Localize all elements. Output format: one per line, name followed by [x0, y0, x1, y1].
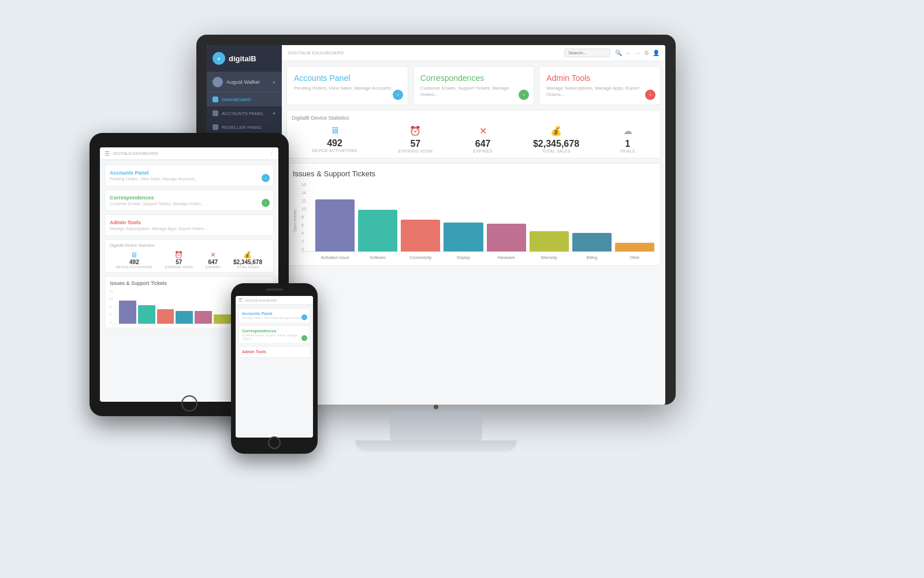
tablet-stats-title: DigitalB Device Statistics — [110, 243, 269, 247]
tablet-activations-label: DEVICE ACTIVATIONS — [116, 265, 152, 269]
stat-activations-num: 492 — [312, 138, 357, 149]
phone-correspondences-panel[interactable]: Correspondences Customer Emails, Support… — [239, 325, 310, 344]
sidebar-logo: ● digitalB — [207, 45, 282, 72]
tablet-chart-bar — [214, 314, 231, 324]
stat-sales-label: TOTAL SALES — [533, 149, 579, 153]
forward-icon[interactable]: → — [635, 50, 640, 56]
chart-x-labels: Activation IssueSoftwareConnectivityDisp… — [301, 253, 654, 260]
sidebar-user[interactable]: August Walker ▼ — [207, 72, 282, 92]
dashboard-icon — [213, 97, 218, 102]
logo-text: digitalB — [229, 54, 256, 63]
phone-accounts-panel[interactable]: Accounts Panel Pending Orders, View Sale… — [239, 308, 310, 323]
stats-title: DigitalB Device Statistics — [292, 115, 655, 121]
tablet-stats: DigitalB Device Statistics 🖥 492 DEVICE … — [105, 239, 274, 273]
accounts-panel-arrow[interactable]: › — [393, 90, 403, 100]
top-icons: 🔍 ← → ⚙ 👤 — [615, 50, 660, 56]
accounts-expand-icon: ▼ — [272, 112, 276, 116]
stat-sales: 💰 $2,345,678 TOTAL SALES — [533, 125, 579, 153]
stat-activations: 🖥 492 DEVICE ACTIVATIONS — [312, 125, 357, 153]
chart-bar — [572, 233, 612, 251]
monitor-stand — [390, 412, 482, 440]
search-input[interactable] — [564, 49, 610, 57]
sidebar-item-label: DASHBOARD — [222, 97, 251, 102]
correspondences-panel-card[interactable]: Correspondences Customer Emails, Support… — [413, 66, 535, 105]
main-content: DIGITALB DASHBOARD 🔍 ← → ⚙ 👤 Accounts — [282, 45, 665, 405]
dollar-icon: 💰 — [533, 125, 579, 136]
chart-bar-label: Other — [615, 255, 654, 260]
sidebar-item-dashboard[interactable]: DASHBOARD — [207, 92, 282, 106]
tablet-title: DIGITALB DASHBOARD — [113, 151, 158, 155]
settings-icon[interactable]: ⚙ — [644, 50, 649, 56]
phone-correspondences-title: Correspondences — [242, 329, 307, 333]
tablet-admin-panel[interactable]: Admin Tools Manage Subscriptions, Manage… — [105, 214, 274, 236]
accounts-icon — [213, 110, 218, 116]
phone-screen: ☰ DIGITALB DASHBOARD Accounts Panel Pend… — [236, 296, 313, 438]
chart-bar-label: Display — [444, 255, 483, 260]
phone-frame: ☰ DIGITALB DASHBOARD Accounts Panel Pend… — [231, 283, 318, 454]
phone: ☰ DIGITALB DASHBOARD Accounts Panel Pend… — [231, 283, 318, 454]
tablet-correspondences-panel[interactable]: Correspondences Customer Emails, Support… — [105, 190, 274, 211]
tablet-correspondences-arrow[interactable]: › — [262, 199, 270, 207]
tablet-sales-label: TOTAL SALES — [233, 265, 262, 269]
stat-expired: ✕ 647 EXPIRED — [474, 125, 493, 153]
tablet-accounts-desc: Pending Orders, View Sales, Manage Accou… — [110, 177, 269, 181]
admin-tools-panel-card[interactable]: Admin Tools Manage Subscriptions, Manage… — [539, 66, 661, 105]
stat-expiring-num: 57 — [398, 139, 433, 149]
reseller-icon — [213, 124, 218, 130]
chart-bar-group — [358, 210, 397, 251]
tablet-stats-row: 🖥 492 DEVICE ACTIVATIONS ⏰ 57 EXPIRING S… — [110, 251, 269, 269]
chart-bar — [487, 224, 526, 251]
stat-expiring: ⏰ 57 EXPIRING SOON — [398, 125, 433, 153]
accounts-panel-card[interactable]: Accounts Panel Pending Orders, View Sale… — [286, 66, 408, 105]
tablet-stat-sales: 💰 $2,345,678 TOTAL SALES — [233, 251, 262, 269]
topbar-title: DIGITALB DASHBOARD — [288, 50, 560, 55]
tablet-topbar: ☰ DIGITALB DASHBOARD ⋮ — [100, 147, 278, 160]
phone-title: DIGITALB DASHBOARD — [245, 299, 277, 302]
sidebar-item-accounts[interactable]: ACCOUNTS PANEL ▼ — [207, 106, 282, 120]
back-icon[interactable]: ← — [625, 50, 631, 56]
phone-admin-title: Admin Tools — [242, 350, 307, 354]
dashboard-body: Accounts Panel Pending Orders, View Sale… — [282, 61, 665, 405]
tablet-stat-expired: ✕ 647 EXPIRED — [206, 251, 221, 269]
tablet-sales-num: $2,345,678 — [233, 259, 262, 265]
tablet-clock-icon: ⏰ — [165, 251, 193, 259]
chart-title: Issues & Support Tickets — [293, 169, 654, 178]
stat-expired-num: 647 — [474, 139, 493, 149]
tablet-home-button[interactable] — [181, 395, 198, 412]
chart-bar-label: Billing — [572, 255, 612, 260]
tablet-accounts-panel[interactable]: Accounts Panel Pending Orders, View Sale… — [105, 165, 274, 186]
tablet-dollar-icon: 💰 — [233, 251, 262, 259]
admin-tools-panel-arrow[interactable]: › — [645, 90, 655, 100]
user-icon[interactable]: 👤 — [653, 50, 660, 56]
monitor-base — [355, 440, 517, 452]
tablet-expiring-num: 57 — [165, 259, 193, 265]
phone-home-button[interactable] — [268, 436, 281, 449]
phone-correspondences-desc: Customer Emails, Support Tickets, Manage… — [242, 334, 307, 340]
chart-bar-label: Hardware — [487, 255, 526, 260]
search-icon[interactable]: 🔍 — [615, 50, 622, 56]
tablet-menu-icon: ☰ — [105, 150, 110, 157]
user-avatar — [213, 77, 223, 87]
stat-trials-label: TRIALS — [620, 149, 635, 153]
logo-letter: ● — [218, 56, 221, 61]
accounts-panel-title: Accounts Panel — [294, 73, 401, 83]
phone-correspondences-arrow[interactable]: › — [301, 335, 307, 341]
cloud-icon: ☁ — [620, 125, 635, 136]
correspondences-panel-arrow[interactable]: › — [519, 90, 529, 100]
chart-bar-group — [572, 233, 612, 251]
chart-bar-label: Warranty — [530, 255, 569, 260]
phone-admin-panel[interactable]: Admin Tools — [239, 346, 310, 358]
chart-bars: 0246810121416 — [301, 183, 654, 252]
user-dropdown-icon: ▼ — [272, 80, 276, 84]
sidebar-item-label: ACCOUNTS PANEL — [222, 111, 264, 116]
chart-bar — [401, 220, 440, 251]
tablet-accounts-arrow[interactable]: › — [262, 174, 270, 182]
chart-bar-label: Activation Issue — [315, 255, 355, 260]
tablet-correspondences-title: Correspondences — [110, 195, 269, 201]
chart-bar-group — [615, 243, 654, 251]
sidebar-item-reseller[interactable]: RESELLER PANEL — [207, 120, 282, 134]
logo-icon: ● — [213, 52, 225, 65]
chart-bar-group — [401, 220, 440, 251]
tablet-accounts-title: Accounts Panel — [110, 170, 269, 176]
phone-accounts-arrow[interactable]: › — [301, 314, 307, 320]
